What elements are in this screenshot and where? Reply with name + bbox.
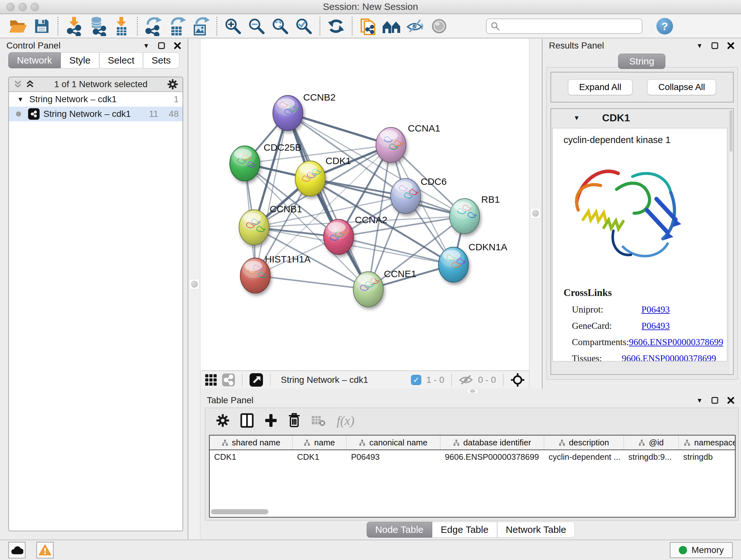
float-panel-icon[interactable] [711, 42, 719, 50]
column-header-namespace[interactable]: namespace [679, 435, 736, 449]
network-node-cdc6[interactable] [391, 179, 421, 213]
network-node-cdk1[interactable] [295, 161, 325, 196]
close-window-icon[interactable] [6, 3, 15, 11]
column-header-database-identifier[interactable]: database identifier [441, 435, 544, 449]
network-share-icon[interactable] [222, 374, 235, 386]
refresh-button[interactable] [324, 16, 348, 37]
window-controls[interactable] [6, 3, 39, 11]
tab-style[interactable]: Style [61, 52, 99, 68]
add-column-icon[interactable] [265, 414, 277, 428]
splitter-handle[interactable] [530, 208, 541, 219]
node-table[interactable]: shared namenamecanonical namedatabase id… [209, 435, 736, 517]
cloud-status-button[interactable] [8, 542, 25, 558]
export-image-button[interactable] [189, 16, 212, 37]
minimize-window-icon[interactable] [18, 3, 27, 11]
close-panel-icon[interactable] [727, 396, 735, 404]
birdseye-crosshair-icon[interactable] [511, 373, 525, 387]
close-panel-icon[interactable] [174, 42, 181, 50]
table-cell[interactable]: CDK1 [293, 450, 347, 465]
collapse-all-button[interactable]: Collapse All [647, 79, 716, 95]
network-edge[interactable] [255, 275, 368, 289]
string-copy-network-button[interactable] [356, 16, 380, 37]
table-cell[interactable]: 9606.ENSP00000378699 [441, 450, 544, 465]
collapse-panel-icon[interactable]: ▼ [696, 397, 703, 404]
network-node-cdc25b[interactable] [230, 146, 260, 181]
tab-network[interactable]: Network [8, 52, 61, 68]
string-glass-ball-button[interactable] [427, 16, 451, 37]
collapse-panel-icon[interactable]: ▼ [696, 42, 703, 50]
table-gear-icon[interactable] [216, 414, 229, 427]
network-node-ccna1[interactable] [376, 127, 406, 163]
zoom-selected-button[interactable] [292, 16, 316, 37]
network-edge[interactable] [288, 113, 391, 145]
close-panel-icon[interactable] [727, 42, 735, 50]
float-panel-icon[interactable] [711, 396, 719, 404]
column-header-description[interactable]: description [544, 435, 624, 449]
results-scrollbar[interactable] [729, 109, 733, 374]
crosslink-link[interactable]: P06493 [642, 304, 670, 315]
table-cell[interactable]: P06493 [347, 450, 441, 465]
navigator-icon[interactable] [250, 373, 263, 387]
warning-button[interactable] [37, 542, 54, 558]
splitter-handle[interactable] [189, 279, 199, 289]
crosslink-link[interactable]: 9606.ENSP00000378699 [622, 353, 716, 361]
import-network-database-button[interactable] [86, 16, 110, 37]
string-hide-labels-button[interactable] [404, 16, 427, 37]
crosslink-link[interactable]: P06493 [642, 320, 670, 331]
string-home-button[interactable] [380, 16, 404, 37]
column-header-name[interactable]: name [293, 435, 347, 449]
tab-edge-table[interactable]: Edge Table [432, 522, 497, 538]
tab-string[interactable]: String [618, 54, 665, 69]
gear-icon[interactable] [167, 79, 178, 90]
network-node-cdkn1a[interactable] [439, 247, 468, 282]
export-network-button[interactable] [142, 16, 165, 37]
search-input[interactable] [503, 21, 638, 31]
delete-column-icon[interactable] [288, 413, 300, 428]
network-node-ccnb1[interactable] [239, 210, 269, 245]
crosslink-link[interactable]: 9606.ENSP00000378699 [629, 337, 724, 348]
column-header-canonical-name[interactable]: canonical name [347, 435, 441, 449]
float-panel-icon[interactable] [158, 42, 165, 50]
save-session-button[interactable] [30, 16, 54, 37]
expand-all-button[interactable]: Expand All [568, 79, 632, 95]
zoom-in-button[interactable] [221, 16, 245, 37]
tab-network-table[interactable]: Network Table [497, 522, 575, 538]
export-table-button[interactable] [165, 16, 189, 37]
column-header--id[interactable]: @id [624, 435, 679, 449]
open-session-button[interactable] [6, 16, 30, 37]
import-table-button[interactable] [110, 16, 133, 37]
table-row[interactable]: CDK1CDK1P064939606.ENSP00000378699cyclin… [210, 450, 735, 465]
zoom-out-button[interactable] [245, 16, 268, 37]
network-node-rb1[interactable] [450, 199, 480, 234]
tab-node-table[interactable]: Node Table [367, 522, 432, 538]
selected-checkbox[interactable]: ✓ [411, 375, 421, 385]
network-node-ccnb2[interactable] [273, 96, 303, 131]
table-horizontal-scrollbar[interactable] [211, 509, 268, 514]
collapse-all-chevrons-icon[interactable] [25, 79, 35, 89]
table-cell[interactable]: stringdb:9... [624, 450, 679, 465]
expand-all-chevrons-icon[interactable] [13, 79, 22, 89]
table-cell[interactable]: CDK1 [210, 450, 293, 465]
tab-select[interactable]: Select [99, 52, 143, 68]
gene-section-header[interactable]: ▼ CDK1 [551, 109, 733, 127]
toolbar-search[interactable] [486, 18, 643, 34]
network-canvas[interactable]: CCNB2CCNA1CDC25BCDK1CDC6RB1CCNB1CCNA2CDK… [200, 39, 529, 370]
zoom-fit-button[interactable] [268, 16, 292, 37]
help-button[interactable]: ? [657, 18, 673, 35]
tab-sets[interactable]: Sets [143, 52, 179, 68]
section-expand-icon[interactable]: ▼ [574, 114, 580, 122]
network-node-ccna2[interactable] [324, 219, 354, 254]
tree-expand-icon[interactable]: ▼ [17, 96, 23, 103]
vertical-splitter-left[interactable] [188, 39, 200, 540]
maximize-window-icon[interactable] [30, 3, 39, 11]
grid-view-icon[interactable] [205, 374, 217, 386]
show-columns-icon[interactable] [240, 413, 254, 428]
table-cell[interactable]: stringdb [679, 450, 736, 465]
hidden-eye-icon[interactable] [459, 374, 473, 386]
column-header-shared-name[interactable]: shared name [210, 435, 293, 449]
horizontal-splitter[interactable] [200, 388, 741, 394]
splitter-handle[interactable] [467, 389, 478, 393]
network-node-ccne1[interactable] [353, 272, 383, 307]
table-cell[interactable]: cyclin-dependent ... [544, 450, 624, 465]
collapse-panel-icon[interactable]: ▼ [143, 42, 149, 50]
